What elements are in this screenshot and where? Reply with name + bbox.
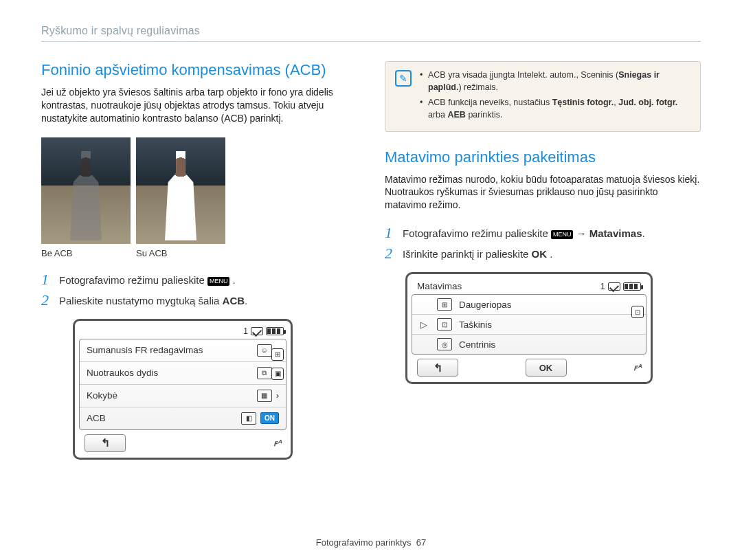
photo-comparison [41, 137, 357, 244]
menu-label: Sumanusis FR redagavimas [87, 345, 203, 355]
menu-label: Kokybė [87, 390, 117, 401]
step1-bold: Matavimas [589, 227, 642, 239]
arrow-text: → [573, 227, 589, 239]
memory-card-icon [608, 282, 620, 291]
face-icon: ☺ [257, 344, 272, 357]
flash-indicator: ꜰᴬ [273, 438, 281, 448]
step1-text-post: . [642, 227, 644, 239]
step-number: 2 [41, 293, 51, 308]
heading-metering: Matavimo parinkties pakeitimas [385, 148, 701, 166]
acb-icon: ◧ [241, 412, 256, 425]
photo-before-acb [41, 137, 131, 244]
label-be-acb: Be ACB [41, 248, 131, 258]
radio-selected-icon: ▷ [420, 320, 430, 330]
step2-text-pre: Palieskite nustatymo mygtuką šalia [59, 295, 223, 306]
back-button[interactable]: ↰ [417, 359, 458, 377]
center-icon: ◎ [437, 338, 452, 350]
footer-page: 67 [416, 537, 426, 548]
left-column: Foninio apšvietimo kompensavimas (ACB) J… [41, 61, 357, 460]
step2-bold: ACB [223, 295, 245, 306]
note-bullet-2: ACB funkcija neveiks, nustačius Tęstinis… [420, 96, 690, 121]
right-column: ✎ ACB yra visada įjungta Intelekt. autom… [385, 61, 701, 460]
spot-side-icon: ⊡ [631, 306, 644, 318]
chevron-right-icon: › [276, 390, 279, 401]
status-count: 1 [243, 326, 248, 336]
acb-settings-panel: 1 Sumanusis FR redagavimas ☺› Nuotraukos… [73, 319, 293, 460]
spot-icon: ⊡ [437, 318, 452, 331]
metering-panel: Matavimas 1 ⊞Daugeriopas ▷⊡Taškinis [405, 272, 653, 384]
battery-icon [623, 282, 641, 291]
step-number: 2 [385, 246, 394, 261]
menu-icon: MENU [207, 277, 230, 286]
step1-text-pre: Fotografavimo režimu palieskite [403, 227, 551, 239]
breadcrumb: Ryškumo ir spalvų reguliavimas [41, 25, 701, 42]
metering-option-center[interactable]: ◎Centrinis [412, 335, 646, 354]
flash-indicator: ꜰᴬ [633, 363, 641, 372]
quality-icon: ▦ [257, 390, 272, 402]
menu-label: ACB [87, 413, 106, 423]
step2-text-post: . [245, 295, 247, 306]
menu-smart-fr[interactable]: Sumanusis FR redagavimas ☺› [80, 339, 286, 362]
step-number: 1 [41, 272, 51, 287]
acb-step-2: 2 Palieskite nustatymo mygtuką šalia ACB… [41, 293, 357, 308]
memory-card-icon [251, 327, 263, 335]
multi-icon: ⊞ [437, 298, 452, 311]
metering-option-multi[interactable]: ⊞Daugeriopas [412, 295, 646, 315]
metering-option-spot[interactable]: ▷⊡Taškinis [412, 315, 646, 335]
option-label: Daugeriopas [459, 300, 512, 310]
menu-acb-toggle[interactable]: ACB ◧ON [80, 407, 286, 429]
info-note: ✎ ACB yra visada įjungta Intelekt. autom… [385, 61, 701, 132]
metering-spot-icon: ▣ [271, 368, 284, 380]
step1-text-post: . [229, 274, 235, 286]
menu-quality[interactable]: Kokybė ▦› [80, 385, 286, 407]
page-footer: Fotografavimo parinktys 67 [0, 537, 742, 548]
status-count: 1 [600, 281, 605, 291]
label-su-acb: Su ACB [136, 248, 225, 258]
info-icon: ✎ [395, 70, 412, 87]
metering-step-2: 2 Išrinkite parinktį ir palieskite OK . [385, 246, 701, 261]
back-button[interactable]: ↰ [85, 434, 126, 452]
heading-acb: Foninio apšvietimo kompensavimas (ACB) [41, 61, 357, 79]
size-icon: ⧉ [257, 367, 272, 379]
metering-title: Matavimas [417, 281, 462, 291]
on-badge[interactable]: ON [260, 412, 279, 424]
step1-text-pre: Fotografavimo režimu palieskite [59, 274, 207, 286]
battery-icon [266, 327, 284, 335]
photo-after-acb [136, 137, 225, 244]
metering-multi-icon: ⊞ [271, 348, 284, 361]
metering-intro: Matavimo režimas nurodo, kokiu būdu foto… [385, 173, 701, 212]
menu-label: Nuotraukos dydis [87, 368, 158, 378]
menu-photo-size[interactable]: Nuotraukos dydis ⧉› [80, 362, 286, 385]
option-label: Taškinis [459, 320, 492, 330]
acb-step-1: 1 Fotografavimo režimu palieskite MENU . [41, 272, 357, 287]
footer-label: Fotografavimo parinktys [316, 537, 412, 548]
step2-text-pre: Išrinkite parinktį ir palieskite [403, 248, 532, 260]
acb-intro: Jei už objekto yra šviesos šaltinis arba… [41, 86, 357, 125]
metering-step-1: 1 Fotografavimo režimu palieskite MENU →… [385, 225, 701, 240]
step2-text-post: . [547, 248, 552, 260]
ok-button[interactable]: OK [526, 359, 567, 377]
ok-text: OK [532, 248, 548, 260]
option-label: Centrinis [459, 339, 495, 350]
note-bullet-1: ACB yra visada įjungta Intelekt. autom.,… [420, 69, 690, 93]
step-number: 1 [385, 225, 394, 240]
menu-icon: MENU [551, 230, 574, 239]
